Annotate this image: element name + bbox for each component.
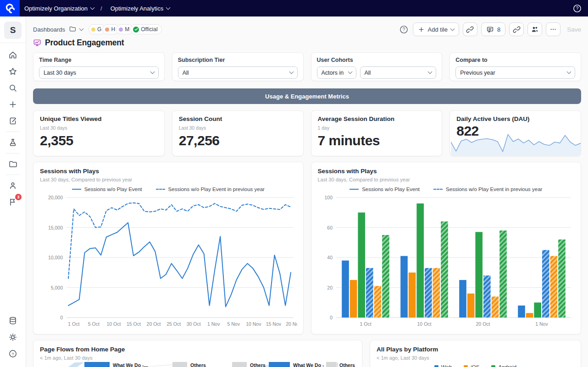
tile-subtitle: < 1m ago, Last 30 days [40,355,355,361]
folder-picker-button[interactable] [69,25,76,34]
sidebar-item-flags[interactable]: 3 [5,194,21,210]
tile-subtitle: Last 30 days, Compared to previous year [40,177,297,182]
avatar[interactable]: S [4,22,22,39]
copy-link-button[interactable] [463,22,477,36]
add-tile-button[interactable]: Add tile [413,22,459,36]
time-range-select[interactable]: Last 30 days [39,66,159,79]
sidebar-item-home[interactable] [5,47,21,63]
user-cohorts-select[interactable]: All [360,66,437,79]
save-button[interactable]: Save [567,26,581,33]
svg-text:10 Oct: 10 Oct [417,321,431,327]
dashed-line-swatch [433,189,443,190]
link-icon [466,26,474,33]
product-name: Optimizely Analytics [111,5,164,12]
line-chart[interactable]: 05,00010,00015,00020,0001 Oct5 Oct10 Oct… [40,193,297,329]
share-link-button[interactable] [509,22,524,36]
legend-item[interactable]: Sessions w/o Play Event in previous year [433,186,542,192]
product-switcher[interactable]: Optimizely Analytics [111,5,170,12]
tile-sessions-with-plays-bars: Sessions with Plays Last 30 days, Compar… [311,162,582,334]
svg-text:Others: Others [339,362,355,367]
link-icon [513,26,521,33]
filter-selects: All [178,66,298,79]
sidebar-item-compose[interactable] [5,113,21,129]
legend-item-ios[interactable]: iOS [464,364,479,367]
share-users-button[interactable] [527,22,542,36]
navbar-help-button[interactable]: ? [573,4,582,13]
chevron-down-icon[interactable] [79,26,84,31]
comments-button[interactable]: 8 [481,22,505,36]
sidebar-item-settings[interactable] [5,329,21,345]
help-circle-icon: ? [399,25,408,34]
filter-card-subscription-tier: Subscription TierAll [172,52,304,81]
help-circle-icon: ? [573,4,582,13]
legend-label: Sessions w/o Play Event in previous year [168,186,265,192]
optimizely-logo-icon [4,2,16,14]
ellipsis-icon [549,26,557,33]
kpi-subtitle: Last 30 days [40,125,158,131]
legend-item[interactable]: Sessions w/o Play Event [72,186,142,192]
solid-line-swatch [349,189,359,190]
legend-color-swatch [491,365,495,367]
legend-item[interactable]: Sessions w/o Play Event in previous year [156,186,265,192]
svg-text:0: 0 [330,315,333,320]
filter-selects: Actors inAll [317,66,437,79]
kpi-value: 2,355 [40,133,158,148]
select-value: Last 30 days [44,70,76,76]
svg-text:?: ? [11,351,14,356]
tile-page-flows: Page Flows from Home Page < 1m ago, Last… [33,340,362,367]
chevron-down-icon [90,5,95,10]
bar-chart[interactable]: 02040601001 Oct10 Oct20 Oct1 Nov [318,193,575,329]
legend-item[interactable]: Sessions w/o Play Event [349,186,420,192]
user-cohorts-select[interactable]: Actors in [317,66,356,79]
legend-label: Web [441,364,452,367]
sidebar-item-search[interactable] [5,80,21,96]
kpi-card-daily-active-users-dau: Daily Active Users (DAU)822 [449,110,581,156]
official-badge[interactable]: Official [130,24,161,34]
filters-row: Time RangeLast 30 daysSubscription TierA… [33,52,581,81]
chevron-down-icon [428,70,433,74]
collaborator-initial: H [111,26,115,33]
filter-card-time-range: Time RangeLast 30 days [33,52,165,81]
comment-icon [486,26,494,33]
dashboard-toolbar: ? Add tile 8 [399,22,581,36]
svg-text:60: 60 [327,225,333,230]
filter-label: Time Range [39,57,159,63]
legend-item-android[interactable]: Android [491,364,516,367]
org-switcher[interactable]: Optimizely Organization [24,5,94,12]
sidebar-item-favorites[interactable] [5,64,21,79]
chevron-down-icon [567,70,571,74]
sankey-chart[interactable]: What We Do -...OthersOthersWhat We Do - … [40,362,356,367]
breadcrumb-dashboards-link[interactable]: Dashboards [33,26,65,33]
sidebar-item-projects[interactable] [5,156,21,172]
svg-text:5 Oct: 5 Oct [88,321,100,327]
filter-card-compare-to: Compare toPrevious year [449,52,581,81]
sidebar-item-create[interactable] [5,97,21,112]
legend-label: iOS [471,364,479,367]
sidebar-item-help[interactable]: ? [5,346,21,362]
toolbar-help-button[interactable]: ? [399,25,408,34]
legend-item-web[interactable]: Web [434,364,452,367]
more-options-button[interactable] [546,22,560,36]
svg-text:0: 0 [60,315,63,320]
kpi-card-session-count: Session CountLast 30 days27,256 [172,110,304,156]
chevron-down-icon [150,70,155,74]
svg-text:15,000: 15,000 [48,225,63,230]
filter-label: User Cohorts [317,57,437,63]
subscription-tier-select[interactable]: All [178,66,298,79]
compare-to-select[interactable]: Previous year [455,66,575,79]
optimizely-logo[interactable] [0,0,20,16]
sidebar-item-data[interactable] [5,313,21,329]
legend-color-swatch [464,365,468,367]
solid-line-swatch [72,189,81,190]
kpi-value: 27,256 [179,133,297,148]
filter-card-user-cohorts: User CohortsActors inAll [311,52,443,81]
chart-legend: WebiOSAndroid [377,364,574,367]
kpi-row: Unique Titles ViewedLast 30 days2,355Ses… [33,110,581,156]
collaborator-initial: G [97,26,101,33]
sidebar-item-experiments[interactable] [5,135,21,150]
sidebar-item-profile[interactable] [5,178,21,193]
svg-text:1 Nov: 1 Nov [207,321,220,327]
person-icon [8,181,17,190]
home-icon [8,50,17,60]
folder-icon [8,159,17,169]
